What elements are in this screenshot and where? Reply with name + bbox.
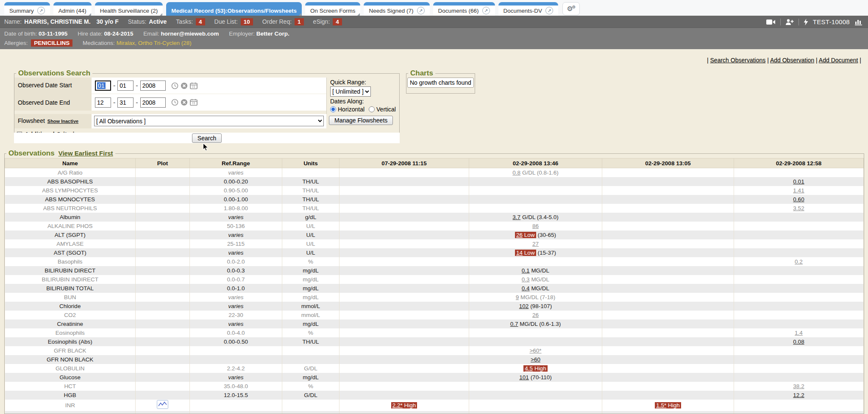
tab-documents-66[interactable]: Documents (66)↗ xyxy=(433,2,495,16)
observation-value-link[interactable]: 38.2 xyxy=(793,383,804,389)
search-observations-link[interactable]: Search Observations xyxy=(710,57,766,64)
external-link-icon[interactable]: ↗ xyxy=(545,7,553,14)
column-header-name[interactable]: Name xyxy=(5,158,136,168)
observation-units: % xyxy=(282,382,339,391)
observation-value-link[interactable]: 2.2* xyxy=(392,402,403,408)
date-end-year-input[interactable] xyxy=(140,97,166,108)
tab-on-screen-forms[interactable]: On Screen Forms xyxy=(305,2,361,16)
observation-value-link[interactable]: 1.5* xyxy=(656,402,666,408)
external-link-icon[interactable]: ↗ xyxy=(417,7,425,14)
calendar-icon[interactable] xyxy=(190,82,198,89)
observation-value-link[interactable]: >60* xyxy=(529,347,541,354)
column-header-date-4[interactable]: 02-29-2008 12:58 xyxy=(734,158,864,168)
observation-value-cell xyxy=(602,213,734,222)
medication-link[interactable]: Miralax xyxy=(117,40,135,46)
medication-link[interactable]: Ortho Tri-Cyclen (28) xyxy=(138,40,192,46)
lightning-bolt-icon[interactable] xyxy=(804,19,808,25)
observation-ref-range: 25-115 xyxy=(190,239,282,248)
add-document-link[interactable]: Add Document xyxy=(819,57,858,64)
date-end-day-input[interactable] xyxy=(117,97,134,108)
search-button[interactable]: Search xyxy=(192,133,222,143)
tab-documents-dv[interactable]: Documents-DV↗ xyxy=(498,2,559,16)
calendar-icon[interactable] xyxy=(190,99,198,106)
due-list-count-badge[interactable]: 10 xyxy=(241,18,253,25)
external-link-icon[interactable]: ↗ xyxy=(37,7,45,14)
observation-value-link[interactable]: 14 xyxy=(516,250,523,256)
clear-date-icon[interactable] xyxy=(181,82,188,89)
date-end-month-input[interactable] xyxy=(95,97,111,108)
observation-value-link[interactable]: 0.08 xyxy=(793,339,804,345)
date-start-month-input[interactable]: 01 xyxy=(95,81,111,91)
view-earliest-first-link[interactable]: View Earliest First xyxy=(58,150,113,157)
add-observation-link[interactable]: Add Observation xyxy=(770,57,814,64)
tab-needs-signed-7[interactable]: Needs Signed (7)↗ xyxy=(364,2,429,16)
observation-value-link[interactable]: 3.52 xyxy=(793,205,804,211)
add-person-icon[interactable] xyxy=(785,19,794,25)
observation-value-link[interactable]: 1.4 xyxy=(795,330,803,336)
observation-value-link[interactable]: 102 xyxy=(519,303,529,309)
observation-value-link[interactable]: 101 xyxy=(519,374,529,381)
observation-ref-range: 0.00-0.50 xyxy=(190,337,282,346)
video-camera-icon[interactable] xyxy=(766,19,776,25)
column-header-plot[interactable]: Plot xyxy=(136,158,190,168)
observation-value-link[interactable]: 0.1 xyxy=(522,267,530,274)
observation-value-link[interactable]: 0.7 xyxy=(510,321,518,327)
date-start-day-input[interactable] xyxy=(117,81,134,91)
observation-plot-cell xyxy=(136,231,190,239)
observation-value-cell xyxy=(339,364,469,373)
order-req-count-badge[interactable]: 1 xyxy=(295,18,304,25)
tab-admin-44[interactable]: Admin (44) xyxy=(53,2,92,16)
observation-value-link[interactable]: 0.4 xyxy=(522,285,530,292)
column-header-refrange[interactable]: Ref.Range xyxy=(190,158,282,168)
bar-chart-icon[interactable] xyxy=(854,19,863,25)
observation-value-link[interactable]: 0.2 xyxy=(795,258,803,265)
observation-value-link[interactable]: 0.60 xyxy=(793,196,804,203)
column-header-date-3[interactable]: 02-29-2008 13:05 xyxy=(602,158,734,168)
external-link-icon[interactable]: ↗ xyxy=(482,7,490,14)
clear-date-icon[interactable] xyxy=(181,99,188,106)
observation-row-gfr-non-black: GFR NON BLACK>60 xyxy=(5,355,864,364)
sparkline-plot-icon[interactable] xyxy=(157,400,168,409)
hire-date-label: Hire date: xyxy=(78,31,103,37)
observation-value-link[interactable]: >60 xyxy=(531,356,540,363)
observation-value-link[interactable]: 9 xyxy=(516,294,519,300)
observation-value-link[interactable]: 3.7 xyxy=(512,214,520,220)
observation-value-link[interactable]: 0.01 xyxy=(793,178,804,185)
flowsheet-select[interactable]: [ All Observations ] xyxy=(94,116,324,126)
observation-value-cell xyxy=(339,213,469,222)
vertical-radio-input[interactable] xyxy=(369,106,375,112)
column-header-date-1[interactable]: 07-29-2008 11:15 xyxy=(339,158,469,168)
observation-value-link[interactable]: 0.3 xyxy=(522,276,530,283)
observations-search-title: Observations Search xyxy=(16,69,92,78)
observation-value-link[interactable]: 12.2 xyxy=(793,392,804,398)
clock-icon[interactable] xyxy=(171,82,178,89)
observation-value-link[interactable]: 1.41 xyxy=(793,187,804,194)
quick-range-select[interactable]: [ Unlimited ] xyxy=(330,86,371,97)
tab-medical-record-53-observations-flowsheets[interactable]: Medical Record (53):Observations/Flowshe… xyxy=(166,2,302,16)
observation-value-link[interactable]: 86 xyxy=(532,223,539,229)
dates-along-vertical-radio[interactable]: Vertical xyxy=(369,106,396,113)
tab-summary[interactable]: Summary↗ xyxy=(4,2,50,16)
esign-count-badge[interactable]: 4 xyxy=(333,18,342,25)
observation-value-link[interactable]: 26 xyxy=(532,312,539,318)
observation-value-link[interactable]: 0.8 xyxy=(512,169,520,176)
column-header-date-2[interactable]: 02-29-2008 13:46 xyxy=(469,158,602,168)
dates-along-horizontal-radio[interactable]: Horizontal xyxy=(330,106,364,113)
show-inactive-link[interactable]: Show Inactive xyxy=(47,119,78,124)
observation-value-link[interactable]: 27 xyxy=(532,241,539,247)
tasks-count-badge[interactable]: 4 xyxy=(196,18,205,25)
observation-value-link[interactable]: 26 xyxy=(516,232,523,238)
observation-value-cell xyxy=(734,239,864,248)
chart-settings-button[interactable]: ⚙⚙ xyxy=(562,2,580,15)
email-value: horner@mieweb.com xyxy=(161,31,219,37)
horizontal-radio-input[interactable] xyxy=(330,106,336,112)
date-start-year-input[interactable] xyxy=(140,81,166,91)
clock-icon[interactable] xyxy=(171,99,178,106)
allergy-badge[interactable]: PENICILLINS xyxy=(31,39,72,47)
observation-row-bilirubin-total: BILIRUBIN TOTAL0.0-1.0mg/dL0.4 MG/DL xyxy=(5,284,864,293)
observation-plot-cell xyxy=(136,355,190,364)
column-header-units[interactable]: Units xyxy=(282,158,339,168)
observation-value-link[interactable]: 4.5 xyxy=(525,365,533,372)
tab-health-surveillance-2[interactable]: Health Surveillance (2) xyxy=(95,2,163,16)
manage-flowsheets-button[interactable]: Manage Flowsheets xyxy=(329,116,393,125)
